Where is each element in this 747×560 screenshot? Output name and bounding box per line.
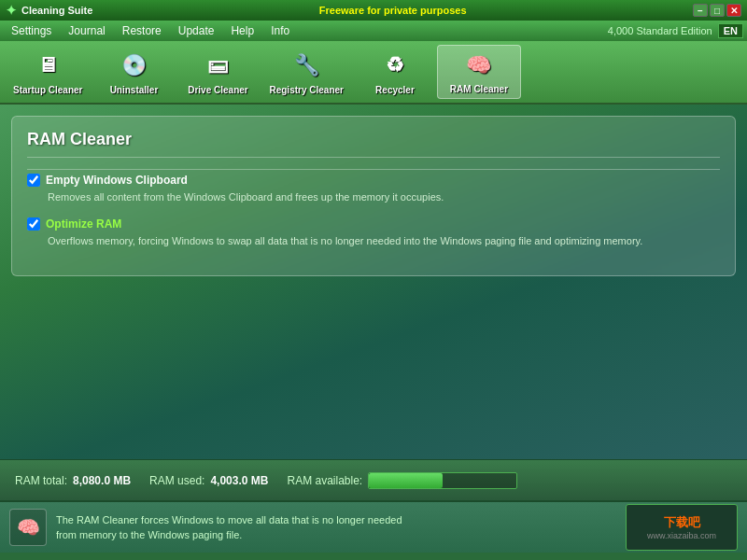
language-button[interactable]: EN <box>718 23 743 38</box>
registry-label: Registry Cleaner <box>269 85 343 95</box>
drive-cleaner-button[interactable]: 🖴 Drive Cleaner <box>176 45 260 99</box>
menu-settings[interactable]: Settings <box>4 22 59 39</box>
panel-title: RAM Cleaner <box>27 130 720 158</box>
startup-label: Startup Cleaner <box>13 85 82 95</box>
title-bar: ✦ Cleaning Suite Freeware for private pu… <box>0 0 747 21</box>
ram-used-label: RAM used: <box>149 474 204 487</box>
menu-restore[interactable]: Restore <box>115 22 169 39</box>
ram-avail-label: RAM available: <box>287 474 362 487</box>
bottom-info-line2: from memory to the Windows paging file. <box>56 527 616 543</box>
option-row-optimize: Optimize RAM Overflows memory, forcing W… <box>27 217 720 248</box>
clipboard-checkbox[interactable] <box>27 174 40 187</box>
ram-icon: 🧠 <box>462 49 496 80</box>
toolbar: 🖥 Startup Cleaner 💿 Uninstaller 🖴 Drive … <box>0 41 747 105</box>
menu-bar: Settings Journal Restore Update Help Inf… <box>0 21 747 41</box>
app-icon: ✦ <box>6 3 17 18</box>
drive-label: Drive Cleaner <box>188 85 247 95</box>
uninstaller-icon: 💿 <box>117 49 150 81</box>
ram-used-value: 4,003.0 MB <box>210 474 268 487</box>
clipboard-description: Removes all content from the Windows Cli… <box>27 190 720 204</box>
option-row-clipboard: Empty Windows Clipboard Removes all cont… <box>27 174 720 204</box>
clipboard-option-label[interactable]: Empty Windows Clipboard <box>27 174 720 187</box>
registry-cleaner-button[interactable]: 🔧 Registry Cleaner <box>260 45 352 99</box>
separator <box>27 169 720 170</box>
ram-avail-item: RAM available: <box>287 472 517 489</box>
bottom-logo: 下载吧 www.xiazaiba.com <box>626 504 738 551</box>
window-controls: − □ ✕ <box>693 4 741 17</box>
startup-cleaner-button[interactable]: 🖥 Startup Cleaner <box>4 45 92 99</box>
ram-cleaner-button[interactable]: 🧠 RAM Cleaner <box>437 45 521 99</box>
content-panel: RAM Cleaner Empty Windows Clipboard Remo… <box>11 116 736 276</box>
menu-journal[interactable]: Journal <box>61 22 112 39</box>
menu-items: Settings Journal Restore Update Help Inf… <box>4 22 297 39</box>
minimize-button[interactable]: − <box>693 4 708 17</box>
edition-label: 4,000 Standard Edition <box>608 25 712 36</box>
main-content: RAM Cleaner Empty Windows Clipboard Remo… <box>0 105 747 459</box>
maximize-button[interactable]: □ <box>710 4 725 17</box>
optimize-option-label[interactable]: Optimize RAM <box>27 217 720 231</box>
optimize-checkbox[interactable] <box>27 217 40 231</box>
bottom-info-line1: The RAM Cleaner forces Windows to move a… <box>56 512 616 528</box>
close-button[interactable]: ✕ <box>726 4 741 17</box>
ram-used-item: RAM used: 4,003.0 MB <box>149 474 268 487</box>
clipboard-label-text: Empty Windows Clipboard <box>46 174 188 187</box>
menu-right: 4,000 Standard Edition EN <box>608 23 743 38</box>
freeware-label: Freeware for private purposes <box>319 5 467 16</box>
optimize-description: Overflows memory, forcing Windows to swa… <box>27 234 720 248</box>
bottom-bar: 🧠 The RAM Cleaner forces Windows to move… <box>0 500 747 553</box>
ram-total-item: RAM total: 8,080.0 MB <box>15 474 131 487</box>
menu-help[interactable]: Help <box>223 22 261 39</box>
drive-icon: 🖴 <box>201 49 234 81</box>
optimize-label-text: Optimize RAM <box>46 217 121 231</box>
bottom-info-text: The RAM Cleaner forces Windows to move a… <box>56 512 616 543</box>
ram-total-label: RAM total: <box>15 474 67 487</box>
menu-info[interactable]: Info <box>263 22 297 39</box>
recycler-button[interactable]: ♻ Recycler <box>353 45 437 99</box>
logo-text: 下载吧 <box>664 514 700 531</box>
logo-url: www.xiazaiba.com <box>647 531 716 540</box>
menu-update[interactable]: Update <box>171 22 222 39</box>
recycler-label: Recycler <box>375 85 415 95</box>
uninstaller-button[interactable]: 💿 Uninstaller <box>92 45 176 99</box>
status-bar: RAM total: 8,080.0 MB RAM used: 4,003.0 … <box>0 459 747 500</box>
ram-total-value: 8,080.0 MB <box>73 474 131 487</box>
startup-icon: 🖥 <box>31 49 64 81</box>
ram-progress-bar <box>368 472 517 489</box>
ram-label: RAM Cleaner <box>450 84 508 94</box>
uninstaller-label: Uninstaller <box>110 85 159 95</box>
recycler-icon: ♻ <box>378 49 412 81</box>
ram-progress-fill <box>369 473 443 488</box>
ram-bottom-icon: 🧠 <box>9 509 47 546</box>
registry-icon: 🔧 <box>289 49 323 81</box>
app-title: Cleaning Suite <box>21 5 92 16</box>
